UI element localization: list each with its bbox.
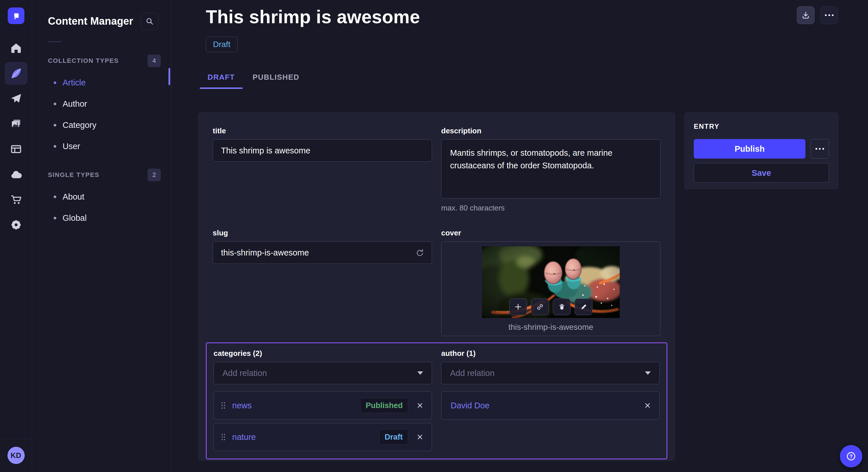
bullet-icon xyxy=(54,103,56,105)
nav-rail: KD xyxy=(0,0,32,472)
relation-link[interactable]: news xyxy=(232,401,252,410)
entry-more-button[interactable] xyxy=(811,139,829,159)
divider xyxy=(48,41,62,42)
bullet-icon xyxy=(54,196,56,198)
sidebar-title: Content Manager xyxy=(48,15,133,27)
categories-field: categories (2) Add relation xyxy=(214,349,432,451)
rail-footer: KD xyxy=(0,439,32,472)
bullet-icon xyxy=(54,124,56,127)
content-manager-quill-icon[interactable] xyxy=(5,62,28,85)
description-field: description Mantis shrimps, or stomatopo… xyxy=(441,127,660,212)
chevron-down-icon xyxy=(417,371,423,375)
remove-relation-button[interactable] xyxy=(644,402,651,409)
close-icon xyxy=(644,402,651,409)
strapi-logo-icon[interactable] xyxy=(8,7,24,24)
publish-button[interactable]: Publish xyxy=(694,139,805,159)
sidebar-item-article[interactable]: Article xyxy=(32,72,171,93)
relation-status-badge: Draft xyxy=(379,429,408,445)
single-types-section: SINGLE TYPES 2 About Global xyxy=(32,168,171,229)
description-textarea[interactable]: Mantis shrimps, or stomatopods, are mari… xyxy=(441,139,660,198)
collection-types-section: COLLECTION TYPES 4 Article Author Catego… xyxy=(32,54,171,157)
relation-row-david-doe: David Doe xyxy=(441,392,660,419)
title-input[interactable]: This shrimp is awesome xyxy=(213,139,432,162)
pencil-icon xyxy=(580,304,587,310)
add-asset-button[interactable] xyxy=(509,299,527,315)
cover-preview-card: this-shrimp-is-awesome xyxy=(441,241,660,336)
link-icon xyxy=(536,303,544,310)
entry-panel-title: ENTRY xyxy=(694,123,829,131)
relation-row-news: news Published xyxy=(214,392,432,419)
sub-sidebar: Content Manager COLLECTION TYPES 4 Artic… xyxy=(32,0,172,472)
relation-row-nature: nature Draft xyxy=(214,423,432,451)
author-add-relation-select[interactable]: Add relation xyxy=(441,362,660,384)
edit-asset-button[interactable] xyxy=(575,299,592,315)
section-count-badge: 2 xyxy=(148,169,161,181)
entry-panel: ENTRY Publish Save xyxy=(684,112,838,189)
version-tabs: DRAFT PUBLISHED xyxy=(200,68,307,89)
remove-relation-button[interactable] xyxy=(417,434,423,440)
author-field: author (1) Add relation David Doe xyxy=(441,349,660,451)
bullet-icon xyxy=(54,81,56,84)
remove-relation-button[interactable] xyxy=(417,402,423,409)
settings-gear-icon[interactable] xyxy=(5,213,28,236)
svg-text:?: ? xyxy=(849,453,853,460)
cover-actions xyxy=(509,299,592,315)
delete-asset-button[interactable] xyxy=(553,299,570,315)
ellipsis-icon xyxy=(825,14,834,16)
main-content: This shrimp is awesome Draft DRAFT PUBLI… xyxy=(172,0,868,472)
categories-add-relation-select[interactable]: Add relation xyxy=(214,362,432,384)
status-badge: Draft xyxy=(206,37,238,52)
download-icon xyxy=(801,11,810,20)
title-field: title This shrimp is awesome xyxy=(213,127,432,212)
sidebar-item-author[interactable]: Author xyxy=(32,93,171,114)
header-actions xyxy=(797,6,838,24)
ellipsis-icon xyxy=(815,148,824,150)
media-library-icon[interactable] xyxy=(5,112,28,135)
scroll-indicator[interactable] xyxy=(168,68,170,85)
relation-link[interactable]: nature xyxy=(232,432,256,442)
sidebar-item-category[interactable]: Category xyxy=(32,114,171,136)
tab-draft[interactable]: DRAFT xyxy=(200,68,243,89)
slug-input[interactable]: this-shrimp-is-awesome xyxy=(213,241,432,264)
search-icon xyxy=(145,17,154,26)
tab-published[interactable]: PUBLISHED xyxy=(245,68,307,89)
copy-link-button[interactable] xyxy=(531,299,549,315)
search-button[interactable] xyxy=(141,12,158,30)
rail-nav xyxy=(5,37,28,236)
question-mark-icon: ? xyxy=(845,450,857,462)
cloud-icon[interactable] xyxy=(5,163,28,186)
relation-link[interactable]: David Doe xyxy=(451,401,489,410)
section-label: COLLECTION TYPES xyxy=(48,57,119,65)
close-icon xyxy=(417,434,423,440)
bullet-icon xyxy=(54,217,56,220)
bullet-icon xyxy=(54,145,56,148)
cover-image[interactable] xyxy=(482,246,620,318)
layouts-icon[interactable] xyxy=(5,138,28,161)
close-icon xyxy=(417,402,423,409)
sidebar-item-about[interactable]: About xyxy=(32,186,171,207)
regenerate-icon[interactable] xyxy=(415,248,424,257)
relations-highlight-zone: categories (2) Add relation xyxy=(206,342,668,460)
field-label: description xyxy=(441,127,660,135)
sidebar-item-user[interactable]: User xyxy=(32,136,171,157)
section-label: SINGLE TYPES xyxy=(48,171,99,179)
save-button[interactable]: Save xyxy=(694,163,829,183)
avatar[interactable]: KD xyxy=(7,447,25,464)
drag-handle-icon[interactable] xyxy=(221,434,225,440)
cover-field: cover xyxy=(441,229,660,336)
home-icon[interactable] xyxy=(5,37,28,60)
paper-plane-icon[interactable] xyxy=(5,87,28,110)
more-options-button[interactable] xyxy=(820,6,838,24)
help-button[interactable]: ? xyxy=(840,445,862,467)
cart-icon[interactable] xyxy=(5,188,28,211)
chevron-down-icon xyxy=(645,371,651,375)
section-count-badge: 4 xyxy=(148,55,161,67)
page-title: This shrimp is awesome xyxy=(206,6,420,28)
field-label: title xyxy=(213,127,432,135)
download-button[interactable] xyxy=(797,6,815,24)
field-label: author (1) xyxy=(441,349,660,358)
drag-handle-icon[interactable] xyxy=(221,402,225,409)
plus-icon xyxy=(515,303,522,310)
sidebar-item-global[interactable]: Global xyxy=(32,207,171,229)
description-helper: max. 80 characters xyxy=(441,204,660,212)
